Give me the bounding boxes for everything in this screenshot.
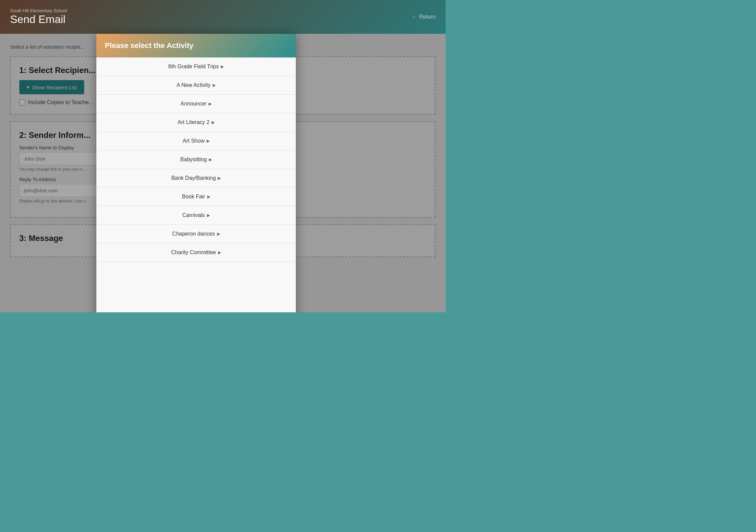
activity-item[interactable]: Bank Day/Banking▶ bbox=[96, 169, 296, 188]
activity-item[interactable]: Art Show▶ bbox=[96, 132, 296, 150]
activity-label: Announcer bbox=[181, 101, 207, 107]
activity-item[interactable]: A New Activity▶ bbox=[96, 76, 296, 95]
activity-label: Babysitting bbox=[180, 156, 207, 163]
chevron-right-icon: ▶ bbox=[212, 120, 215, 125]
return-link[interactable]: ← Return bbox=[412, 14, 435, 20]
activity-label: Book Fair bbox=[182, 194, 205, 200]
return-label: Return bbox=[419, 14, 435, 20]
activity-list: 6th Grade Field Trips▶A New Activity▶Ann… bbox=[96, 57, 296, 312]
activity-label: Art Literacy 2 bbox=[178, 119, 209, 125]
chevron-right-icon: ▶ bbox=[209, 157, 212, 162]
activity-item[interactable]: Babysitting▶ bbox=[96, 150, 296, 169]
activity-label: Charity Committee bbox=[171, 249, 216, 256]
activity-label: A New Activity bbox=[176, 82, 210, 88]
chevron-right-icon: ▶ bbox=[221, 64, 224, 69]
chevron-right-icon: ▶ bbox=[217, 232, 220, 236]
chevron-right-icon: ▶ bbox=[209, 101, 212, 106]
school-name: South Hill Elementary School bbox=[10, 8, 67, 13]
chevron-right-icon: ▶ bbox=[207, 139, 210, 143]
activity-item[interactable]: Book Fair▶ bbox=[96, 188, 296, 206]
activity-label: Chaperon dances bbox=[172, 231, 215, 237]
activity-label: Art Show bbox=[183, 138, 205, 144]
activity-modal: Please select the Activity 6th Grade Fie… bbox=[96, 34, 296, 312]
activity-label: 6th Grade Field Trips bbox=[168, 64, 219, 70]
activity-item[interactable]: Carnivals▶ bbox=[96, 206, 296, 225]
activity-item[interactable]: Charity Committee▶ bbox=[96, 243, 296, 262]
chevron-right-icon: ▶ bbox=[207, 194, 210, 199]
chevron-right-icon: ▶ bbox=[207, 213, 210, 218]
modal-header: Please select the Activity bbox=[96, 34, 296, 57]
page-title: Send Email bbox=[10, 13, 67, 26]
chevron-right-icon: ▶ bbox=[218, 176, 221, 180]
return-arrow-icon: ← bbox=[412, 14, 417, 20]
activity-item[interactable]: 6th Grade Field Trips▶ bbox=[96, 57, 296, 76]
modal-title: Please select the Activity bbox=[105, 41, 287, 50]
chevron-right-icon: ▶ bbox=[213, 83, 216, 88]
chevron-right-icon: ▶ bbox=[218, 250, 221, 255]
activity-label: Carnivals bbox=[182, 212, 205, 218]
activity-label: Bank Day/Banking bbox=[171, 175, 216, 181]
activity-item[interactable]: Art Literacy 2▶ bbox=[96, 113, 296, 132]
activity-item[interactable]: Chaperon dances▶ bbox=[96, 225, 296, 243]
page-content: Select a list of volunteer recipie... 1:… bbox=[0, 34, 446, 312]
activity-item[interactable]: Announcer▶ bbox=[96, 95, 296, 113]
header-left: South Hill Elementary School Send Email bbox=[10, 8, 67, 26]
app-header: South Hill Elementary School Send Email … bbox=[0, 0, 446, 34]
